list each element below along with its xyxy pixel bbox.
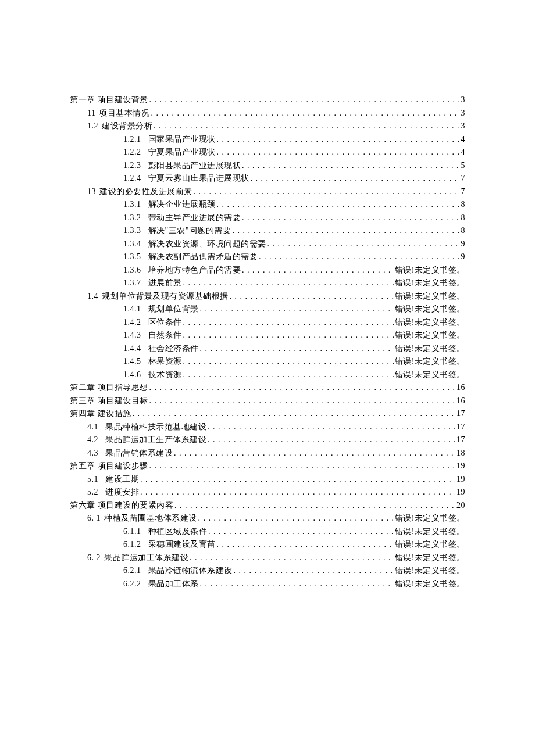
toc-entry-title: 果品种植科技示范基地建设 (105, 423, 206, 431)
toc-leader-dots (231, 227, 459, 235)
toc-leader-dots (182, 279, 394, 287)
toc-entry-number: 1.4.5 (123, 357, 141, 366)
toc-entry: 1.2.3彭阳县果品产业进展现状5 (70, 162, 465, 170)
toc-entry: 6.2.2果品加工体系错误!未定义书签。 (70, 580, 465, 588)
toc-entry: 1.2.4宁夏云雾山庄果品进展现状7 (70, 174, 465, 182)
toc-entry-number: 4.2 (87, 436, 98, 444)
toc-entry-number: 1.2.4 (123, 174, 141, 182)
toc-leader-dots (152, 122, 460, 130)
toc-page-error: 错误!未定义书签。 (394, 292, 465, 300)
toc-page-number: 19 (455, 488, 465, 496)
toc-entry: 1.2.1国家果品产业现状4 (70, 135, 465, 144)
toc-entry-title: 种植区域及条件 (148, 528, 208, 536)
toc-leader-dots (197, 514, 394, 522)
toc-entry-number: 4.3 (87, 449, 98, 457)
toc-leader-dots (148, 96, 460, 104)
toc-entry-title: 建设背景分析 (102, 122, 152, 130)
toc-page-number: 3 (460, 109, 466, 117)
toc-entry-number: 1.4.4 (123, 345, 141, 353)
toc-page-number: 19 (455, 475, 465, 483)
toc-leader-dots (233, 567, 394, 575)
toc-leader-dots (192, 188, 460, 196)
toc-leader-dots (139, 488, 455, 496)
toc-entry-title: 果品冷链物流体系建设 (148, 567, 233, 575)
table-of-contents: 第一章 项目建设背景311项目基本情况31.2建设背景分析31.2.1国家果品产… (70, 96, 465, 588)
toc-entry-number: 1.3.6 (123, 266, 141, 274)
toc-leader-dots (266, 240, 460, 248)
toc-entry-title: 解决企业进展瓶颈 (148, 200, 216, 209)
toc-entry: 1.4.1规划单位背景错误!未定义书签。 (70, 305, 465, 313)
toc-page-number: 16 (455, 397, 465, 405)
toc-entry-number: 1.4.2 (123, 318, 141, 327)
toc-entry: 6.2.1果品冷链物流体系建设错误!未定义书签。 (70, 567, 465, 575)
toc-page-error: 错误!未定义书签。 (394, 567, 465, 575)
toc-page-error: 错误!未定义书签。 (394, 305, 465, 313)
toc-entry-title: 宁夏云雾山庄果品进展现状 (148, 174, 249, 182)
toc-entry-title: 进度安排 (105, 488, 139, 496)
toc-entry-number: 1.2.2 (123, 148, 141, 156)
toc-entry-number: 1.3.5 (123, 253, 141, 261)
toc-entry-title: 林果资源 (148, 357, 182, 366)
toc-leader-dots (182, 331, 394, 339)
toc-leader-dots (206, 436, 455, 444)
toc-leader-dots (148, 397, 456, 405)
toc-entry-title: 自然条件 (148, 331, 182, 339)
toc-entry: 11项目基本情况3 (70, 109, 465, 117)
toc-entry: 1.4.5林果资源错误!未定义书签。 (70, 357, 465, 366)
toc-entry-number: 5.2 (87, 488, 98, 496)
toc-entry-title: 区位条件 (148, 318, 182, 327)
toc-page-error: 错误!未定义书签。 (394, 331, 465, 339)
toc-entry-number: 1.2 (87, 122, 98, 130)
toc-leader-dots (229, 292, 394, 300)
document-page: 第一章 项目建设背景311项目基本情况31.2建设背景分析31.2.1国家果品产… (0, 0, 535, 756)
toc-entry-number: 1.3.2 (123, 214, 141, 222)
toc-page-number: 8 (460, 227, 466, 235)
toc-leader-dots (182, 371, 394, 379)
toc-leader-dots (216, 148, 460, 156)
toc-entry-title: 种植及苗圃基地体系建设 (104, 514, 197, 522)
toc-page-number: 16 (455, 384, 465, 392)
toc-entry: 第四章 建设措施17 (70, 410, 465, 418)
toc-entry-number: 4.1 (87, 423, 98, 431)
toc-entry: 4.1果品种植科技示范基地建设17 (70, 423, 465, 431)
toc-leader-dots (199, 580, 394, 588)
toc-entry-number: 6.1.2 (123, 540, 141, 549)
toc-entry-title: 彭阳县果品产业进展现状 (148, 162, 241, 170)
toc-page-number: 5 (460, 162, 466, 170)
toc-entry: 1.3.7进展前景错误!未定义书签。 (70, 279, 465, 287)
toc-entry-number: 5.1 (87, 475, 98, 483)
toc-entry: 1.4.4社会经济条件错误!未定义书签。 (70, 345, 465, 353)
toc-entry: 1.2建设背景分析3 (70, 122, 465, 130)
toc-entry: 第五章 项目建设步骤19 (70, 462, 465, 470)
toc-entry: 1.4.3自然条件错误!未定义书签。 (70, 331, 465, 339)
toc-leader-dots (216, 540, 394, 549)
toc-leader-dots (258, 253, 460, 261)
toc-entry-number: 1.3.7 (123, 279, 141, 287)
toc-leader-dots (249, 174, 460, 182)
toc-page-error: 错误!未定义书签。 (394, 357, 465, 366)
toc-entry-title: 解决"三农"问题的需要 (148, 227, 231, 235)
toc-page-error: 错误!未定义书签。 (394, 540, 465, 549)
toc-page-error: 错误!未定义书签。 (394, 279, 465, 287)
toc-leader-dots (148, 384, 456, 392)
toc-page-number: 9 (460, 253, 466, 261)
toc-entry: 5.2进度安排19 (70, 488, 465, 496)
toc-entry-title: 第五章 项目建设步骤 (70, 462, 148, 470)
toc-page-error: 错误!未定义书签。 (394, 266, 465, 274)
toc-leader-dots (207, 528, 394, 536)
toc-entry-number: 1.3.4 (123, 240, 141, 248)
toc-page-error: 错误!未定义书签。 (394, 580, 465, 588)
toc-leader-dots (206, 423, 455, 431)
toc-page-number: 8 (460, 214, 466, 222)
toc-entry-title: 社会经济条件 (148, 345, 199, 353)
toc-entry-title: 带动主导产业进展的需要 (148, 214, 241, 222)
toc-entry: 1.3.6培养地方特色产品的需要错误!未定义书签。 (70, 266, 465, 274)
toc-entry: 1.3.5解决农副产品供需矛盾的需要9 (70, 253, 465, 261)
toc-entry-title: 第一章 项目建设背景 (70, 96, 148, 104)
toc-entry-number: 1.4.6 (123, 371, 141, 379)
toc-entry-number: 6.2.2 (123, 580, 141, 588)
toc-page-number: 7 (460, 174, 466, 182)
toc-leader-dots (241, 214, 460, 222)
toc-page-number: 3 (460, 96, 466, 104)
toc-leader-dots (188, 554, 394, 562)
